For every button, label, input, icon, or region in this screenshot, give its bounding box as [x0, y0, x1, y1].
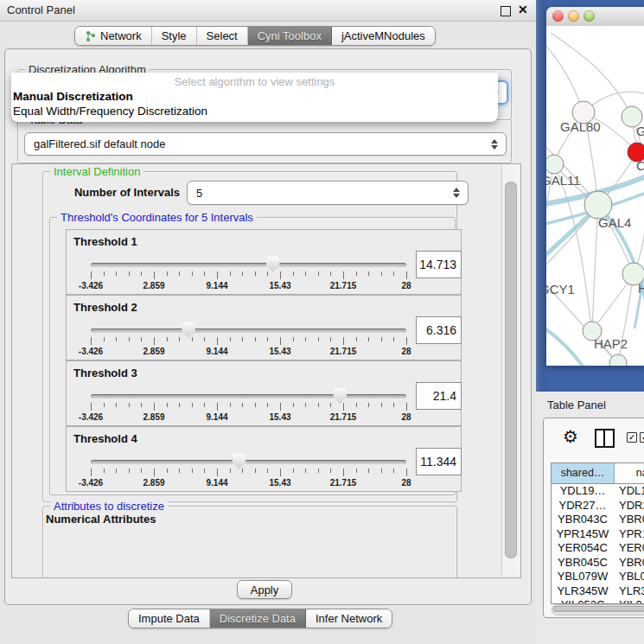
threshold-slider[interactable]: -3.4262.8599.14415.4321.71528	[87, 450, 416, 489]
table-panel-title: Table Panel	[547, 399, 606, 411]
cell-name[interactable]: YLR3	[614, 584, 644, 599]
settings-scrollbar[interactable]	[501, 164, 520, 576]
threshold-value-field[interactable]: 21.4	[416, 382, 462, 410]
slider-thumb[interactable]	[233, 453, 246, 469]
slider-tick-labels: -3.4262.8599.14415.4321.71528	[91, 281, 406, 291]
table-row[interactable]: YBR045CYBR0	[552, 556, 644, 571]
app-root: Control Panel ✕ Network Style Select Cyn…	[0, 0, 644, 644]
checkbox-icon[interactable]: ✓	[640, 432, 644, 443]
network-graph[interactable]: GAL80GACGAL11GAL4GCY1HHAP2	[546, 26, 644, 366]
minimize-traffic-icon[interactable]	[568, 10, 579, 22]
table-row[interactable]: YBR043CYBR0	[552, 513, 644, 527]
slider-thumb[interactable]	[182, 322, 195, 338]
cell-name[interactable]: YDR2	[614, 499, 644, 513]
table-row[interactable]: YBL079WYBL0	[552, 570, 644, 584]
tab-label: Impute Data	[138, 612, 200, 625]
cell-shared-name[interactable]: YBR043C	[552, 513, 614, 527]
threshold-slider[interactable]: -3.4262.8599.14415.4321.71528	[87, 252, 416, 292]
slider-track[interactable]	[91, 394, 406, 399]
slider-track[interactable]	[91, 263, 406, 267]
popup-option-equal-width[interactable]: Equal Width/Frequency Discretization	[13, 105, 207, 118]
zoom-traffic-icon[interactable]	[583, 10, 595, 22]
settings-scroll-area: Interval Definition Number of Intervals …	[11, 163, 521, 578]
column-header-shared-name[interactable]: shared…	[552, 463, 615, 483]
tab-select[interactable]: Select	[197, 27, 248, 45]
slider-thumb[interactable]	[266, 256, 280, 272]
table-row[interactable]: YDR27…YDR2	[552, 499, 644, 513]
slider-tick	[356, 469, 357, 473]
slider-tick	[242, 403, 243, 407]
table-horizontal-scrollbar[interactable]	[552, 604, 644, 615]
slider-tick	[204, 403, 205, 407]
apply-button[interactable]: Apply	[237, 580, 292, 599]
tab-network[interactable]: Network	[75, 27, 152, 45]
threshold-value-field[interactable]: 14.713	[416, 251, 462, 278]
cell-name[interactable]: YPR1	[614, 527, 644, 542]
table-data-combobox[interactable]: galFiltered.sif default node	[24, 132, 507, 156]
tab-label: Cyni Toolbox	[258, 29, 322, 42]
cell-shared-name[interactable]: YIL052C	[552, 598, 614, 603]
table-row[interactable]: YLR345WYLR3	[552, 584, 644, 599]
cell-shared-name[interactable]: YDR27…	[552, 499, 614, 513]
slider-tick-label: 9.144	[206, 412, 227, 422]
table-row[interactable]: YER054CYER0	[552, 541, 644, 556]
slider-tick	[368, 403, 369, 407]
cell-shared-name[interactable]: YER054C	[552, 541, 614, 556]
checkbox-icon[interactable]: ✓	[627, 432, 637, 443]
tab-jactivemnodules[interactable]: jActiveMNodules	[332, 27, 435, 45]
table-row[interactable]: YPR145WYPR1	[552, 527, 644, 542]
combo-arrows-icon	[491, 139, 498, 150]
tab-impute-data[interactable]: Impute Data	[129, 609, 210, 628]
slider-tick	[167, 337, 168, 341]
network-node-label: GAL4	[598, 215, 631, 230]
cell-shared-name[interactable]: YLR345W	[552, 584, 614, 599]
slider-tick	[318, 469, 319, 473]
cell-name[interactable]: YBR0	[614, 513, 644, 527]
network-window-titlebar[interactable]	[546, 7, 644, 27]
network-canvas[interactable]: GAL80GACGAL11GAL4GCY1HHAP2	[546, 26, 644, 366]
network-window[interactable]: GAL80GACGAL11GAL4GCY1HHAP2	[546, 7, 644, 366]
slider-tick-label: 15.43	[269, 478, 290, 488]
close-icon[interactable]: ✕	[518, 3, 528, 16]
number-of-intervals-combobox[interactable]: 5	[187, 181, 469, 205]
threshold-value-field[interactable]: 6.316	[416, 316, 462, 344]
cell-shared-name[interactable]: YPR145W	[552, 527, 614, 542]
table-row[interactable]: YIL052CYIL0	[552, 598, 644, 603]
table-hscrollbar-thumb[interactable]	[553, 606, 644, 612]
threshold-label: Threshold 3	[73, 367, 137, 379]
cell-name[interactable]: YDL1	[614, 484, 644, 499]
slider-thumb[interactable]	[333, 387, 347, 404]
slider-tick	[280, 271, 281, 279]
cell-name[interactable]: YBR0	[614, 556, 644, 571]
cell-shared-name[interactable]: YBL079W	[552, 570, 614, 584]
popup-option-manual[interactable]: Manual Discretization	[13, 90, 133, 103]
cell-name[interactable]: YER0	[614, 541, 644, 556]
threshold-slider[interactable]: -3.4262.8599.14415.4321.71528	[87, 384, 416, 424]
cell-shared-name[interactable]: YBR045C	[552, 556, 614, 571]
tab-style[interactable]: Style	[152, 27, 197, 45]
settings-scrollbar-thumb[interactable]	[505, 182, 517, 558]
close-traffic-icon[interactable]	[552, 10, 564, 22]
slider-tick	[406, 337, 407, 345]
gear-icon[interactable]: ⚙	[563, 426, 578, 447]
tab-label: Style	[162, 29, 187, 42]
float-icon[interactable]	[501, 6, 511, 16]
cell-name[interactable]: YBL0	[614, 570, 644, 584]
cell-name[interactable]: YIL0	[614, 598, 644, 603]
slider-track[interactable]	[91, 328, 406, 333]
columns-icon[interactable]	[595, 429, 615, 448]
tab-infer-network[interactable]: Infer Network	[306, 609, 392, 628]
table-row[interactable]: YDL19…YDL1	[552, 484, 644, 499]
network-node-label: GAL11	[546, 173, 581, 188]
tab-discretize-data[interactable]: Discretize Data	[210, 609, 306, 628]
network-node-gal11[interactable]	[546, 155, 564, 174]
slider-tick	[91, 469, 92, 476]
threshold-slider[interactable]: -3.4262.8599.14415.4321.71528	[87, 318, 416, 358]
slider-tick	[154, 403, 155, 411]
tab-cyni-toolbox[interactable]: Cyni Toolbox	[248, 27, 332, 45]
threshold-value-field[interactable]: 11.344	[416, 448, 462, 475]
slider-tick	[305, 337, 306, 341]
slider-track[interactable]	[91, 460, 406, 464]
cell-shared-name[interactable]: YDL19…	[552, 484, 614, 499]
column-header-name[interactable]: name	[615, 463, 644, 483]
